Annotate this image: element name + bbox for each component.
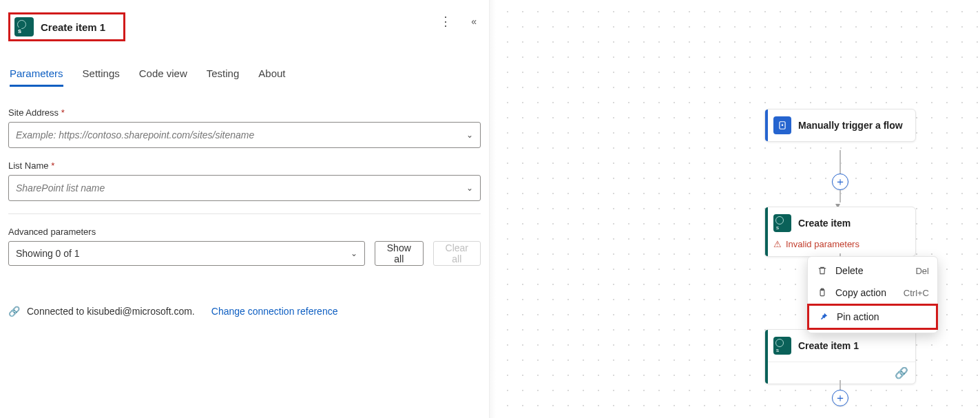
chevron-down-icon: ⌄ — [351, 249, 357, 258]
clear-all-button: Clear all — [433, 241, 481, 266]
chevron-down-icon: ⌄ — [466, 130, 473, 140]
trigger-icon — [773, 116, 791, 134]
action-config-panel: Create item 1 ⋮ « Parameters Settings Co… — [0, 0, 489, 418]
tab-testing[interactable]: Testing — [207, 67, 240, 87]
chevron-down-icon: ⌄ — [466, 183, 473, 193]
panel-title: Create item 1 — [41, 21, 105, 33]
tab-parameters[interactable]: Parameters — [10, 67, 63, 87]
create-item-label: Create item — [798, 218, 851, 229]
tab-about[interactable]: About — [258, 67, 285, 87]
tab-strip: Parameters Settings Code view Testing Ab… — [8, 67, 481, 87]
change-connection-link[interactable]: Change connection reference — [211, 306, 338, 317]
warning-icon: ⚠ — [773, 239, 782, 249]
collapse-panel-button[interactable]: « — [471, 16, 477, 27]
add-action-button[interactable]: ＋ — [832, 174, 848, 190]
create-item-1-label: Create item 1 — [798, 340, 859, 351]
trash-icon — [816, 266, 828, 275]
advanced-showing-text: Showing 0 of 1 — [16, 248, 80, 259]
create-item-node[interactable]: Create item ⚠ Invalid parameters — [764, 207, 916, 257]
list-name-label: List Name * — [8, 160, 481, 171]
error-text: Invalid parameters — [786, 239, 859, 249]
context-pin-highlight[interactable]: Pin action — [807, 304, 938, 330]
clipboard-icon — [816, 288, 828, 297]
advanced-parameters-label: Advanced parameters — [8, 227, 481, 237]
sharepoint-icon — [773, 214, 791, 232]
add-action-button[interactable]: ＋ — [832, 390, 848, 406]
context-delete[interactable]: Delete Del — [808, 260, 937, 282]
trigger-node[interactable]: Manually trigger a flow — [764, 109, 916, 142]
site-address-placeholder: Example: https://contoso.sharepoint.com/… — [16, 129, 254, 140]
show-all-button[interactable]: Show all — [375, 241, 424, 266]
connection-text: Connected to kisubedi@microsoft.com. — [27, 306, 195, 317]
tab-settings[interactable]: Settings — [83, 67, 120, 87]
connection-icon: 🔗 — [8, 306, 20, 317]
more-menu-button[interactable]: ⋮ — [439, 14, 452, 29]
list-name-input[interactable]: SharePoint list name ⌄ — [8, 175, 481, 201]
panel-divider[interactable] — [489, 0, 496, 418]
panel-title-highlight: Create item 1 — [8, 12, 125, 41]
connector-line — [840, 150, 841, 174]
list-name-placeholder: SharePoint list name — [16, 182, 105, 194]
site-address-input[interactable]: Example: https://contoso.sharepoint.com/… — [8, 122, 481, 148]
trigger-label: Manually trigger a flow — [798, 120, 903, 131]
context-menu: Delete Del Copy action Ctrl+C Pin action — [807, 256, 938, 333]
create-item-1-node[interactable]: Create item 1 🔗 — [764, 329, 916, 384]
context-copy[interactable]: Copy action Ctrl+C — [808, 282, 937, 304]
sharepoint-icon — [14, 17, 34, 36]
pin-icon — [817, 312, 830, 322]
advanced-parameters-select[interactable]: Showing 0 of 1 ⌄ — [8, 241, 365, 266]
connection-icon: 🔗 — [895, 366, 908, 379]
divider — [8, 213, 481, 214]
site-address-label: Site Address * — [8, 107, 481, 118]
sharepoint-icon — [773, 337, 791, 355]
tab-code-view[interactable]: Code view — [139, 67, 187, 87]
flow-canvas[interactable]: Manually trigger a flow ＋ ▾ Create item … — [496, 0, 980, 418]
